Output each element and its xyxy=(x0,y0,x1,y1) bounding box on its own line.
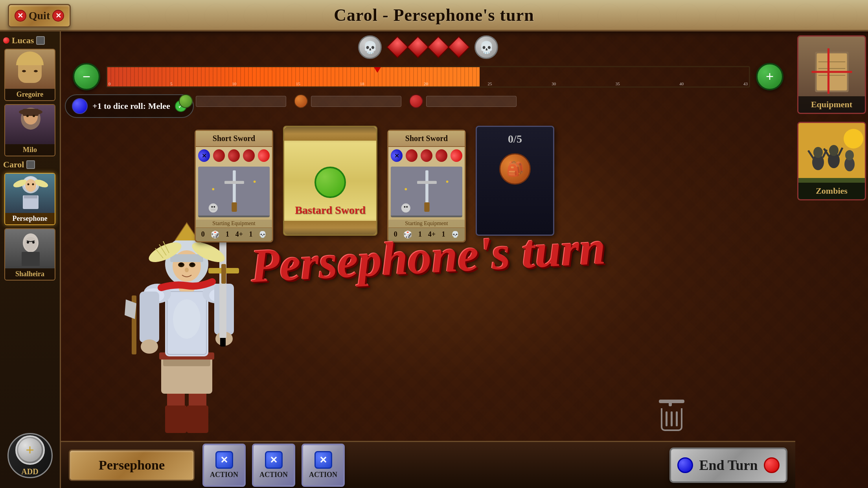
card-1-sword-svg xyxy=(198,167,270,216)
milo-svg xyxy=(5,105,55,144)
health-num-43: 43 xyxy=(743,81,748,86)
action-button-3[interactable]: ✕ ACTION xyxy=(302,444,345,487)
character-card-shalheira[interactable]: Shalheira xyxy=(4,228,55,281)
main-area: 💀 💀 − xyxy=(61,31,795,488)
svg-point-12 xyxy=(32,183,34,185)
bastard-sword-card[interactable]: Bastard Sword xyxy=(283,126,377,236)
svg-point-58 xyxy=(141,339,158,354)
persephone-name: Persephone xyxy=(5,213,55,224)
add-character-button[interactable]: + ADD xyxy=(7,433,53,478)
health-bar-track: 0 5 10 15 18 20 25 30 35 40 43 xyxy=(106,66,750,88)
gregoire-portrait xyxy=(5,50,55,89)
quit-right-cross: ✕ xyxy=(52,10,64,22)
card-2-wounds: 1 xyxy=(442,230,445,238)
group-label-lucas: Lucas xyxy=(3,35,45,46)
action-button-2[interactable]: ✕ ACTION xyxy=(252,444,295,487)
card-1-attack: 0 xyxy=(201,230,205,238)
gem-red-icon xyxy=(409,94,423,108)
card-1-icons: ✕ xyxy=(196,147,272,164)
character-card-gregoire[interactable]: Gregoire xyxy=(4,49,55,101)
svg-point-96 xyxy=(401,204,410,213)
health-numbers: 0 5 10 15 18 20 25 30 35 40 43 xyxy=(107,81,749,86)
gregoire-name: Gregoire xyxy=(5,89,55,100)
card-2-icon-diamond3 xyxy=(436,149,447,162)
gem-green-icon xyxy=(179,94,193,108)
svg-point-16 xyxy=(24,237,37,251)
add-plus: + xyxy=(18,438,42,462)
action-3-label: ACTION xyxy=(309,471,337,479)
resource-bar-green xyxy=(196,96,286,107)
carol-label: Carol xyxy=(3,160,24,170)
group-label-carol: Carol xyxy=(3,160,35,170)
diamond-3 xyxy=(427,36,450,59)
svg-point-87 xyxy=(211,206,213,208)
svg-point-85 xyxy=(254,180,256,183)
diamond-2 xyxy=(407,36,429,59)
trash-button[interactable] xyxy=(658,400,685,431)
equipment-svg xyxy=(808,40,855,103)
left-sidebar: Lucas Gregoire xyxy=(0,31,61,488)
health-num-40: 40 xyxy=(679,81,684,86)
character-card-milo[interactable]: Milo xyxy=(4,104,55,156)
equipment-label: Equipment xyxy=(798,96,865,113)
scroll-top xyxy=(284,127,376,141)
card-2-icon-diamond1 xyxy=(406,149,417,162)
card-2-dice: 1 xyxy=(418,230,422,238)
card-1-wounds: 1 xyxy=(249,230,253,238)
svg-rect-14 xyxy=(24,195,37,198)
action-1-x-icon: ✕ xyxy=(215,451,233,469)
trash-handle xyxy=(669,401,672,406)
bastard-sword-gem xyxy=(314,167,346,198)
svg-point-4 xyxy=(26,115,29,117)
end-turn-left-gem xyxy=(677,457,693,473)
bonus-blue-gem xyxy=(72,98,88,114)
stats-area: 💀 💀 − xyxy=(61,31,795,114)
health-decrease-button[interactable]: − xyxy=(73,63,100,90)
quit-button[interactable]: ✕ Quit ✕ xyxy=(8,4,71,28)
skull-token-right: 💀 xyxy=(474,35,498,59)
action-1-label: ACTION xyxy=(210,471,238,479)
end-turn-button[interactable]: End Turn xyxy=(669,448,787,483)
lucas-token xyxy=(36,36,45,45)
svg-rect-83 xyxy=(232,202,237,212)
svg-point-88 xyxy=(213,206,215,208)
svg-point-98 xyxy=(406,206,408,208)
zombies-panel[interactable]: Zombies xyxy=(797,122,866,200)
milo-portrait xyxy=(5,105,55,144)
card-short-sword-1[interactable]: Short Sword ✕ xyxy=(195,130,273,242)
card-1-icon-diamond2 xyxy=(228,149,240,162)
health-num-25: 25 xyxy=(488,81,492,86)
health-num-0: 0 xyxy=(108,81,111,86)
health-pointer xyxy=(372,66,383,73)
card-2-sword-svg xyxy=(391,167,462,216)
svg-rect-92 xyxy=(417,181,437,184)
svg-point-94 xyxy=(405,188,407,191)
empty-card-backpack-icon: 🎒 xyxy=(499,153,531,185)
right-sidebar: Equipment xyxy=(795,31,868,488)
svg-rect-82 xyxy=(224,181,244,184)
health-bar-container: − 0 5 10 15 18 20 25 xyxy=(73,65,783,88)
card-2-roll: 4+ xyxy=(428,230,436,238)
card-2-footer: 0 🎲 1 4+ 1 💀 xyxy=(388,227,465,241)
svg-point-32 xyxy=(813,147,823,158)
zombies-label: Zombies xyxy=(798,183,865,199)
bottom-bar: Persephone ✕ ACTION ✕ ACTION ✕ ACTION En… xyxy=(61,441,795,488)
card-1-skull: 💀 xyxy=(259,231,267,238)
character-card-persephone[interactable]: Persephone xyxy=(4,173,55,225)
health-num-5: 5 xyxy=(170,81,173,86)
action-2-x-icon: ✕ xyxy=(265,451,283,469)
equipment-panel[interactable]: Equipment xyxy=(797,35,866,114)
action-button-1[interactable]: ✕ ACTION xyxy=(202,444,246,487)
empty-card-count: 0/5 xyxy=(508,133,522,145)
bonus-text: +1 to dice roll: Melee xyxy=(92,101,170,111)
quit-label: Quit xyxy=(29,9,50,22)
svg-rect-89 xyxy=(211,209,215,211)
health-increase-button[interactable]: + xyxy=(756,63,783,90)
empty-slot-card[interactable]: 0/5 🎒 xyxy=(476,126,554,236)
skull-row: 💀 💀 xyxy=(61,31,795,59)
svg-point-95 xyxy=(446,180,449,183)
health-num-15: 15 xyxy=(296,81,300,86)
health-num-30: 30 xyxy=(552,81,556,86)
skull-token-left: 💀 xyxy=(358,35,382,59)
card-short-sword-2[interactable]: Short Sword ✕ xyxy=(387,130,466,242)
